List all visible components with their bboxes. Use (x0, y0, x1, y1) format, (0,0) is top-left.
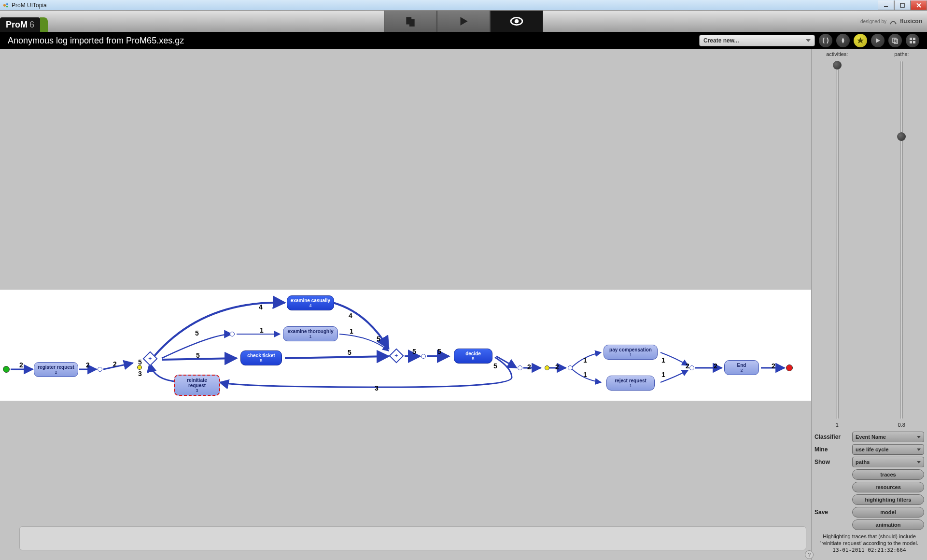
close-button[interactable] (911, 0, 927, 10)
animation-button[interactable]: animation (852, 519, 924, 530)
svg-marker-12 (857, 37, 864, 43)
edge-label: 1 (583, 356, 587, 364)
node-reinitiate-request[interactable]: reinitiate request 3 (174, 375, 220, 396)
node-examine-casually[interactable]: examine casually 4 (287, 295, 334, 310)
paths-slider[interactable] (900, 61, 903, 419)
svg-line-22 (103, 363, 133, 369)
message-bar (19, 526, 806, 550)
favorite-button[interactable] (854, 34, 867, 47)
node-examine-thoroughly[interactable]: examine thoroughly 1 (283, 326, 338, 341)
tab-action[interactable] (437, 11, 490, 32)
activities-slider-thumb[interactable] (833, 61, 842, 70)
tab-workspace[interactable] (384, 11, 437, 32)
status-hint: Highlighting traces that (should) includ… (815, 533, 924, 547)
svg-rect-18 (910, 41, 912, 43)
node-end[interactable]: End 2 (724, 360, 759, 375)
chevron-down-icon (917, 448, 921, 451)
place-node (230, 332, 235, 336)
maximize-button[interactable] (894, 0, 911, 10)
mine-value: use life cycle (856, 447, 889, 452)
svg-rect-8 (409, 19, 415, 27)
parentheses-button[interactable] (819, 34, 832, 47)
edge-label: 3 (138, 370, 142, 378)
node-label: examine thoroughly (287, 329, 333, 334)
edge-label: 1 (260, 326, 264, 334)
node-label: End (737, 363, 746, 368)
paths-slider-label: paths: (894, 51, 909, 57)
node-register-request[interactable]: register request 2 (34, 362, 78, 377)
edge-label: 3 (375, 384, 379, 392)
show-label: Show (815, 459, 848, 465)
paths-slider-thumb[interactable] (897, 132, 906, 141)
logo-suffix: 6 (29, 20, 34, 30)
node-decide[interactable]: decide 5 (454, 349, 492, 364)
node-count: 5 (260, 358, 262, 363)
end-token (786, 364, 793, 371)
node-check-ticket[interactable]: check ticket 5 (240, 350, 282, 365)
edge-label: 2 (86, 361, 90, 369)
resources-button[interactable]: resources (852, 482, 924, 492)
node-reject-request[interactable]: reject request 1 (606, 376, 655, 391)
graph-canvas[interactable]: + + register request 2 reinitiate reques… (0, 49, 811, 560)
highlighting-filters-button[interactable]: highlighting filters (852, 494, 924, 505)
activities-slider-label: activities: (826, 51, 848, 57)
window-title: ProM UITopia (12, 2, 47, 9)
play-button[interactable] (871, 34, 885, 47)
node-label: pay compensation (609, 347, 652, 352)
logo-accent (40, 17, 48, 32)
edge-label: 1 (583, 371, 587, 378)
activities-slider[interactable] (836, 61, 839, 419)
copy-button[interactable] (888, 34, 902, 47)
svg-point-2 (6, 5, 8, 7)
header-bar: Anonymous log imported from ProM65.xes.g… (0, 32, 927, 49)
chevron-down-icon (917, 461, 921, 463)
chevron-down-icon (917, 436, 921, 438)
edge-label: 5 (493, 362, 497, 370)
svg-marker-9 (461, 17, 468, 25)
edge-label: 4 (349, 312, 352, 320)
mine-dropdown[interactable]: use life cycle (852, 444, 924, 455)
edge-label: 1 (350, 327, 353, 335)
node-label: check ticket (247, 353, 275, 358)
app-logo: ProM 6 (0, 17, 40, 32)
show-dropdown[interactable]: paths (852, 457, 924, 467)
create-new-dropdown[interactable]: Create new... (699, 35, 815, 46)
save-label: Save (815, 509, 848, 516)
svg-point-1 (6, 3, 8, 5)
paths-slider-value: 0.8 (898, 422, 905, 428)
node-count: 1 (309, 334, 311, 339)
traces-button[interactable]: traces (852, 469, 924, 480)
edge-label: 5 (348, 349, 351, 356)
edge-label: 2 (19, 361, 23, 369)
node-label: register request (38, 364, 74, 370)
show-value: paths (856, 459, 870, 465)
chevron-down-icon (806, 39, 811, 42)
model-button[interactable]: model (852, 507, 924, 518)
node-count: 1 (629, 383, 632, 388)
edge-label: 2 (686, 362, 689, 370)
minimize-button[interactable] (878, 0, 894, 10)
node-pay-compensation[interactable]: pay compensation 1 (604, 345, 658, 360)
help-button[interactable]: ? (805, 550, 814, 559)
svg-rect-16 (910, 38, 912, 40)
node-count: 4 (309, 303, 311, 308)
status-timestamp: 13-01-2011 02:21:32:664 (815, 547, 924, 553)
node-count: 2 (55, 370, 57, 375)
node-label: reject request (615, 378, 646, 383)
mine-label: Mine (815, 446, 848, 453)
tab-view[interactable] (490, 11, 543, 32)
place-node (518, 365, 522, 370)
node-label: reinitiate request (178, 378, 216, 388)
app-icon (2, 1, 10, 9)
node-count: 2 (740, 368, 743, 373)
place-node (98, 367, 102, 372)
classifier-label: Classifier (815, 434, 848, 440)
node-label: decide (465, 351, 481, 356)
place-node (689, 365, 694, 370)
classifier-dropdown[interactable]: Event Name (852, 432, 924, 442)
drop-button[interactable] (836, 34, 850, 47)
perspective-tabs: ProM 6 designed by fluxicon (0, 11, 927, 32)
place-node (568, 365, 573, 370)
grid-button[interactable] (906, 34, 919, 47)
designed-by-label: designed by (860, 19, 886, 24)
